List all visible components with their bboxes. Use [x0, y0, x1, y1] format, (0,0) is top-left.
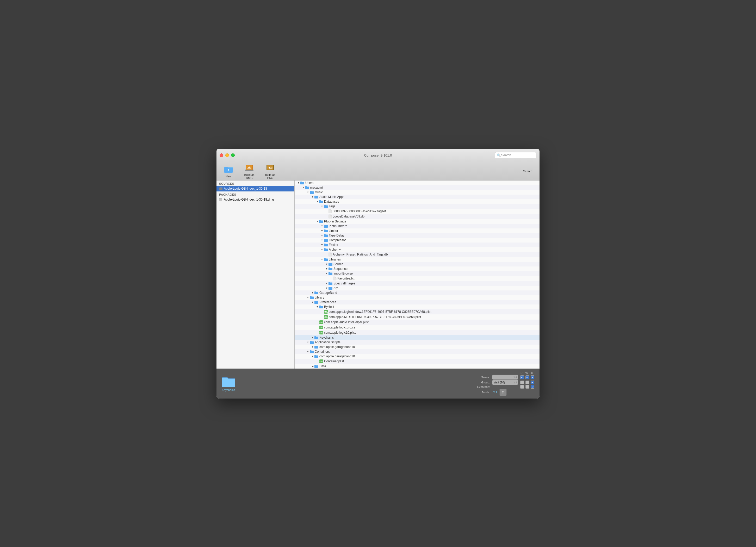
new-button[interactable]: + New [221, 164, 236, 178]
group-x-checkbox[interactable] [531, 381, 534, 384]
tree-item[interactable]: ▼ ImportBrowser [295, 271, 540, 276]
file-tree[interactable]: ▼ Users▼ macadmin▼ Music▼ Audio Music Ap… [295, 181, 540, 369]
folder-arrow: ▼ [306, 340, 310, 344]
package-item-label: Apple-Logic-GB-Index_1-30-18.dmg [224, 198, 274, 201]
search-input[interactable] [495, 152, 536, 158]
svg-text:XML: XML [324, 316, 328, 318]
tree-item[interactable]: ▼ Alchemy [295, 247, 540, 252]
folder-arrow: ▼ [325, 286, 329, 290]
bottom-panel: Keychains R W X Owner: ⬆⬇ [216, 369, 540, 399]
everyone-w-checkbox[interactable] [525, 385, 529, 389]
folder-arrow: ▼ [306, 296, 310, 299]
tree-item[interactable]: ▼ Sequencer [295, 266, 540, 271]
tree-item[interactable]: ▼ macadmin [295, 185, 540, 190]
build-dmg-button[interactable]: Build as DMG [241, 163, 257, 179]
folder-arrow: ▼ [306, 190, 310, 194]
new-button-label: New [226, 175, 231, 178]
folder-arrow: ▼ [311, 291, 314, 295]
group-input[interactable]: staff (20) ⬆⬇ [492, 380, 518, 385]
tree-item[interactable]: XML com.apple.loginwindow.1EF061F6-4997-… [295, 309, 540, 314]
item-name: Sequencer [333, 267, 349, 271]
everyone-label: Everyone: [474, 385, 490, 388]
owner-r-checkbox[interactable] [520, 375, 524, 379]
tree-item[interactable]: ▼ Preferences [295, 300, 540, 304]
tree-item[interactable]: ▼ Exciter [295, 243, 540, 247]
tree-item[interactable]: XML com.apple.logic.pro.cs [295, 325, 540, 330]
main-window: Composer 9.101.0 🔍 + New [216, 149, 540, 399]
tree-item[interactable]: ▼ Tags [295, 204, 540, 209]
tree-item[interactable]: LoopsDatabaseV09.db [295, 214, 540, 219]
close-button[interactable] [220, 153, 223, 157]
item-name: SpectralImages [333, 282, 355, 285]
traffic-lights [220, 153, 235, 157]
tree-item[interactable]: ▼ Limiter [295, 228, 540, 233]
group-value: staff (20) [494, 381, 505, 384]
group-w-checkbox[interactable] [525, 381, 529, 384]
owner-x-checkbox[interactable] [531, 375, 534, 379]
build-dmg-label: Build as DMG [241, 173, 257, 179]
tree-item[interactable]: ▼ com.apple.garageband10 [295, 345, 540, 349]
source-item[interactable]: Apple-Logic-GB-Index_1-30-18 [216, 186, 294, 191]
tree-item[interactable]: ▼ ByHost [295, 304, 540, 309]
tree-item[interactable]: ▼ PlatinumVerb [295, 224, 540, 228]
tree-item[interactable]: ▼ GarageBand [295, 290, 540, 295]
tree-item[interactable]: ▼ Libraries [295, 257, 540, 262]
item-name: Music [315, 190, 323, 194]
package-item[interactable]: Apple-Logic-GB-Index_1-30-18.dmg [216, 197, 294, 202]
tree-item[interactable]: ▼ Source [295, 262, 540, 266]
tree-item[interactable]: ▼ Library [295, 295, 540, 300]
folder-arrow: ▼ [306, 350, 310, 353]
tree-item[interactable]: ▼ Application Scripts [295, 340, 540, 345]
search-button-label: Search [523, 170, 532, 173]
folder-arrow: ▼ [325, 272, 329, 275]
tree-item[interactable]: ▼ Databases [295, 199, 540, 204]
svg-rect-5 [245, 170, 253, 171]
item-name: com.apple.logic10.plist [324, 331, 356, 334]
tree-item[interactable]: ▼ Containers [295, 349, 540, 354]
tree-item[interactable]: ▼ com.apple.garageband10 [295, 354, 540, 359]
new-icon: + [224, 164, 233, 174]
tree-item[interactable]: ▼ SpectralImages [295, 281, 540, 286]
tree-item[interactable]: ▼ Audio Music Apps [295, 195, 540, 199]
folder-arrow: ▼ [320, 204, 324, 208]
source-icon [219, 187, 223, 191]
svg-text:XML: XML [319, 327, 323, 328]
search-button[interactable]: Search [520, 170, 535, 173]
tree-item[interactable]: ▼ Compressor [295, 238, 540, 243]
perm-column-headers: R W X [492, 371, 534, 375]
gear-button[interactable]: ⚙ [499, 389, 507, 396]
owner-input[interactable]: ⬆⬇ [492, 375, 518, 380]
packages-header: PACKAGES [216, 191, 294, 197]
tree-item[interactable]: ▼ Plug-In Settings [295, 219, 540, 224]
item-name: ByHost [324, 305, 334, 309]
tree-item[interactable]: ▼ Tape Delay [295, 233, 540, 238]
owner-w-checkbox[interactable] [525, 375, 529, 379]
folder-arrow: ▼ [297, 181, 300, 185]
everyone-x-checkbox[interactable] [531, 385, 534, 389]
group-r-checkbox[interactable] [520, 381, 524, 384]
item-name: 00000097-00000000-454d4147.tagset [333, 209, 386, 213]
tree-item[interactable]: XML com.apple.MIDI.1EF061F6-4997-57BF-81… [295, 314, 540, 320]
tree-item[interactable]: ▼ Users [295, 181, 540, 185]
item-name: Preferences [319, 300, 336, 304]
item-name: Plug-In Settings [324, 220, 346, 223]
folder-arrow: ▼ [320, 224, 324, 228]
tree-item[interactable]: XML Container.plist [295, 359, 540, 364]
tree-item[interactable]: XML com.apple.audio.InfoHelper.plist [295, 320, 540, 325]
build-pkg-button[interactable]: PKG Build as PKG [262, 163, 278, 179]
item-name: Data [319, 364, 326, 368]
tree-item[interactable]: 00000097-00000000-454d4147.tagset [295, 209, 540, 214]
tree-item[interactable]: ▼ Music [295, 190, 540, 195]
build-pkg-icon: PKG [265, 163, 275, 172]
tree-item[interactable]: XML com.apple.logic10.plist [295, 330, 540, 335]
tree-item[interactable]: ▼ Arp [295, 286, 540, 290]
everyone-r-checkbox[interactable] [520, 385, 524, 389]
tree-item[interactable]: Alchemy_Preset_Ratings_And_Tags.db [295, 252, 540, 257]
maximize-button[interactable] [231, 153, 235, 157]
minimize-button[interactable] [225, 153, 229, 157]
tree-item[interactable]: ▼ Keychains [295, 335, 540, 340]
item-name: Libraries [329, 258, 341, 261]
tree-item[interactable]: ▶ Data [295, 364, 540, 369]
folder-arrow: ▼ [320, 248, 324, 251]
tree-item[interactable]: Favorites.txt [295, 276, 540, 281]
